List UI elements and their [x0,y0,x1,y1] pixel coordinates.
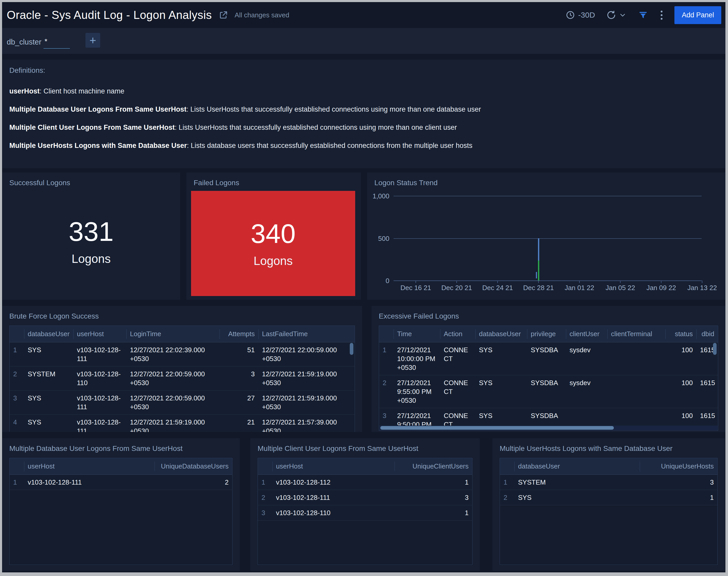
panel-title: Multiple Client User Logons From Same Us… [257,444,473,453]
gridline [394,238,702,239]
multi-db-user-panel: Multiple Database User Logons From Same … [2,438,240,571]
x-axis-label: Jan 09 22 [646,284,676,292]
cell: 12/27/2021 22:00:59.000 +0530 [126,367,219,391]
column-header[interactable]: databaseUser [514,458,640,475]
y-axis-label: 0 [367,277,389,285]
panel-title: Successful Logons [9,179,173,187]
x-axis-label: Dec 20 21 [442,284,472,292]
column-header[interactable]: Time [394,326,440,342]
bar-segment [538,261,539,281]
failed-logons-alert-box: 340 Logons [191,191,355,296]
excessive-failed-table-container: TimeActiondatabaseUserprivilegeclientUse… [379,325,718,431]
column-header[interactable]: Attempts [219,326,259,342]
column-header[interactable]: UniqueDatabaseUsers [155,458,232,475]
column-header[interactable]: dbid [696,326,718,342]
vertical-scrollbar[interactable] [713,343,717,355]
saved-status: All changes saved [235,11,289,19]
add-panel-button[interactable]: Add Panel [674,6,721,24]
column-header [258,458,272,475]
table-row: 2SYS1 [500,490,718,505]
cell [607,375,665,408]
x-axis-label: Dec 16 21 [400,284,431,292]
cell: sysdev [566,342,607,375]
horizontal-scrollbar-track[interactable] [379,426,718,430]
table-header-row: databaseUserUniqueUserHosts [500,458,718,475]
cell: v103-102-128-111 [73,415,126,432]
column-header[interactable]: userHost [73,326,126,342]
logon-status-trend-chart[interactable]: 05001,000Dec 16 21Dec 20 21Dec 24 21Dec … [367,172,725,300]
table-row: 1SYSTEM3 [500,475,718,490]
add-variable-button[interactable]: + [85,33,100,48]
column-header[interactable]: LoginTime [126,326,219,342]
cell: sysdev [566,375,607,408]
cell: 3 [640,475,718,490]
cell: 21 [219,415,259,432]
cell: 12/27/2021 22:00:59.000 +0530 [259,342,355,367]
definition-item: Multiple Database User Logons From Same … [9,106,718,113]
x-axis-label: Dec 28 21 [523,284,554,292]
x-axis-tick [620,281,620,283]
table-row: 3SYSv103-102-128-11112/27/2021 22:00:59.… [9,391,355,415]
excessive-failed-table: TimeActiondatabaseUserprivilegeclientUse… [379,326,718,431]
cell: 2 [155,475,232,490]
refresh-control[interactable] [606,10,627,20]
column-header[interactable]: LastFailedTime [259,326,355,342]
cell: 51 [219,342,259,367]
column-header[interactable]: clientTerminal [607,326,665,342]
panel-title: Brute Force Logon Success [9,312,355,320]
definitions-heading: Definitions: [9,66,718,75]
bar-segment [538,238,539,261]
multi-client-user-table: userHostUniqueClientUsers1v103-102-128-1… [258,458,472,521]
definition-item: userHost: Client host machine name [9,88,718,95]
clock-icon [566,10,575,20]
column-header[interactable]: privilege [527,326,566,342]
table-header-row: TimeActiondatabaseUserprivilegeclientUse… [379,326,718,342]
column-header[interactable]: Action [440,326,475,342]
cell: SYS [24,415,73,432]
x-axis-tick [456,281,457,283]
failed-logons-kpi: 340 Logons [191,191,355,296]
x-axis-tick [497,281,498,283]
column-header [500,458,514,475]
column-header[interactable]: UniqueUserHosts [640,458,718,475]
cell: 1 [395,475,472,490]
cell: 2 [9,367,24,391]
filter-icon[interactable] [638,10,648,20]
cell: v103-102-128-110 [272,505,395,521]
x-axis-tick [538,281,539,283]
cell: 2 [500,490,514,505]
cell: SYS [475,375,527,408]
cell: 1 [640,490,718,505]
cell: 1 [395,505,472,521]
cell: 12/27/2021 21:57:39.000 +0530 [259,415,355,432]
kebab-menu-icon[interactable] [661,10,663,20]
cell: 12/27/2021 21:59:19.000 +0530 [259,367,355,391]
page-title: Oracle - Sys Audit Log - Logon Analysis [7,8,212,22]
table-header-row: userHostUniqueClientUsers [258,458,472,475]
db-cluster-input[interactable]: * [43,37,70,49]
successful-logons-value: 331 [69,218,114,245]
table-header-row: databaseUseruserHostLoginTimeAttemptsLas… [9,326,355,342]
cell: SYSDBA [527,342,566,375]
column-header[interactable]: userHost [24,458,155,475]
cell: v103-102-128-111 [73,342,126,367]
vertical-scrollbar[interactable] [350,343,354,355]
dashboard-header: Oracle - Sys Audit Log - Logon Analysis … [2,2,725,28]
column-header[interactable]: status [665,326,696,342]
column-header[interactable]: databaseUser [475,326,527,342]
definitions-list: userHost: Client host machine nameMultip… [9,88,718,149]
cell: 1 [379,342,394,375]
column-header[interactable]: databaseUser [24,326,73,342]
cell: 2 [379,375,394,408]
time-range-control[interactable]: -30D [566,10,595,20]
share-icon[interactable] [218,10,228,20]
column-header[interactable]: clientUser [566,326,607,342]
column-header[interactable]: UniqueClientUsers [395,458,472,475]
table-row: 1v103-102-128-1112 [9,475,232,490]
successful-logons-kpi: 331 Logons [2,193,180,289]
refresh-icon [606,10,616,20]
multi-userhosts-panel: Multiple UserHosts Logons with Same Data… [492,438,725,571]
column-header[interactable]: userHost [272,458,395,475]
horizontal-scrollbar-thumb[interactable] [380,426,614,430]
failed-logons-value: 340 [251,220,296,247]
